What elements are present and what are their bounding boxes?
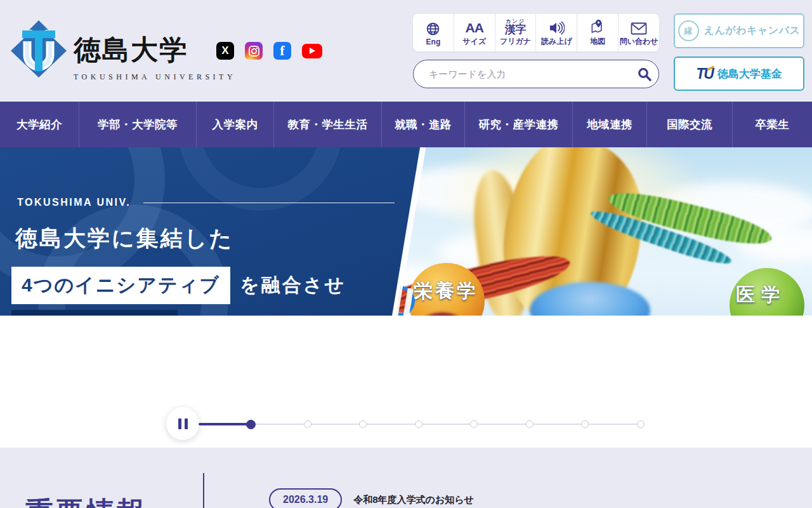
university-fund-button[interactable]: TU 徳島大学基金 <box>674 57 804 91</box>
nav-item-careers[interactable]: 就職・進路 <box>382 102 465 147</box>
news-section-heading: 重要情報 <box>25 493 147 508</box>
tu-diamond-logo-icon <box>9 20 69 81</box>
search-button[interactable] <box>631 60 658 88</box>
nav-item-alumni[interactable]: 卒業生 <box>733 102 812 147</box>
university-logo-mark[interactable] <box>9 20 69 81</box>
map-pin-icon <box>590 18 605 35</box>
globe-icon <box>426 20 440 36</box>
youtube-icon[interactable] <box>302 44 322 58</box>
page: 徳島大学 TOKUSHIMA UNIVERSITY X f <box>0 0 812 508</box>
speaker-icon <box>548 18 565 35</box>
carousel-dot-4[interactable] <box>415 420 422 428</box>
nav-item-international[interactable]: 国際交流 <box>647 102 733 147</box>
carousel-dot-2[interactable] <box>304 420 311 428</box>
carousel-dot-7[interactable] <box>581 420 589 428</box>
carousel-controls-section <box>0 316 812 448</box>
sphere-label-nutrition: 栄養学 <box>414 278 478 304</box>
carousel-dot-8[interactable] <box>637 420 645 428</box>
university-name-en: TOKUSHIMA UNIVERSITY <box>74 72 236 82</box>
sphere-label-medicine: 医学 <box>736 282 787 308</box>
news-section: 重要情報 2026.3.19 令和8年度入学式のお知らせ <box>0 448 812 508</box>
contact-button[interactable]: 問い合わせ <box>618 14 659 51</box>
nav-item-campus-life[interactable]: 教育・学生生活 <box>274 102 382 147</box>
furigana-button[interactable]: カンジ 漢字 フリガナ <box>495 14 536 51</box>
x-icon[interactable]: X <box>216 42 234 60</box>
mail-icon <box>631 18 647 35</box>
map-button[interactable]: 地図 <box>577 14 618 51</box>
nav-item-about[interactable]: 大学紹介 <box>0 102 79 147</box>
carousel-dot-3[interactable] <box>359 420 367 428</box>
hero-heading-suffix: を融合させ <box>240 272 346 298</box>
nav-item-research[interactable]: 研究・産学連携 <box>465 102 573 147</box>
carousel-dot-1[interactable] <box>246 420 256 429</box>
instagram-icon[interactable] <box>245 42 263 60</box>
social-links: X f <box>216 42 322 60</box>
news-title: 令和8年度入学式のお知らせ <box>353 494 474 506</box>
pause-icon <box>178 418 181 429</box>
utility-bar: Eng AA サイズ カンジ 漢字 フリガナ <box>413 14 659 51</box>
read-aloud-button[interactable]: 読み上げ <box>535 14 577 51</box>
engawa-campus-button[interactable]: 縁 えんがわキャンパス <box>674 13 804 48</box>
carousel-dots <box>246 417 645 431</box>
hero-next-line-bar <box>11 310 178 316</box>
engawa-stamp-icon: 縁 <box>678 20 699 41</box>
news-list-item[interactable]: 2026.3.19 令和8年度入学式のお知らせ <box>269 488 474 508</box>
university-logo-text[interactable]: 徳島大学 TOKUSHIMA UNIVERSITY <box>74 32 236 82</box>
nav-item-faculties[interactable]: 学部・大学院等 <box>79 102 197 147</box>
vertical-divider <box>203 473 204 508</box>
carousel-progress-line <box>199 423 251 425</box>
font-size-icon: AA <box>466 18 483 35</box>
english-site-button[interactable]: Eng <box>413 14 454 51</box>
facebook-icon[interactable]: f <box>273 42 291 60</box>
nav-item-community[interactable]: 地域連携 <box>573 102 647 147</box>
university-name: 徳島大学 <box>74 32 236 69</box>
carousel-dot-5[interactable] <box>470 420 478 428</box>
hero-heading-line2: 4つのイニシアティブ を融合させ <box>11 267 346 304</box>
search-input[interactable] <box>429 69 631 79</box>
hero-heading-line1: 徳島大学に集結した <box>15 224 233 253</box>
carousel-dot-6[interactable] <box>526 420 534 428</box>
hero-heading-highlight: 4つのイニシアティブ <box>11 267 230 304</box>
nav-item-admissions[interactable]: 入学案内 <box>197 102 274 147</box>
hero-eyebrow: TOKUSHIMA UNIV. <box>17 197 395 208</box>
kanji-furigana-icon: カンジ 漢字 <box>505 18 527 35</box>
site-header: 徳島大学 TOKUSHIMA UNIVERSITY X f <box>0 0 812 102</box>
main-navigation: 大学紹介 学部・大学院等 入学案内 教育・学生生活 就職・進路 研究・産学連携 … <box>0 102 812 147</box>
news-date-badge: 2026.3.19 <box>269 488 342 508</box>
carousel-pause-button[interactable] <box>166 407 199 440</box>
search-icon <box>637 67 652 82</box>
tu-fund-logo-icon: TU <box>696 65 713 83</box>
font-size-button[interactable]: AA サイズ <box>454 14 495 51</box>
search-box <box>413 60 659 88</box>
hero-carousel-slide[interactable]: 栄養学 医学 TOKUSHIMA UNIV. 徳島大学に集結した 4つのイニシア… <box>0 147 812 316</box>
